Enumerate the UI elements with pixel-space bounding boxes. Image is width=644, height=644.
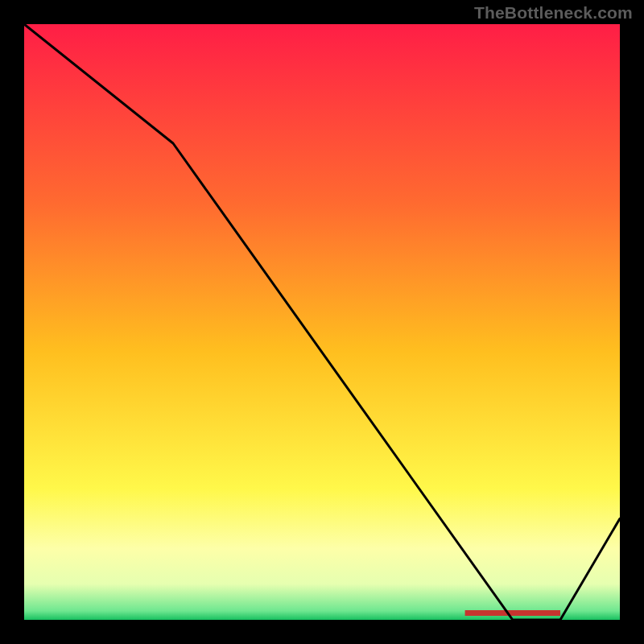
- plot-area: [24, 24, 620, 620]
- chart-frame: TheBottleneck.com: [0, 0, 644, 644]
- optimal-band-marker: [465, 610, 560, 616]
- chart-svg: [24, 24, 620, 620]
- watermark-text: TheBottleneck.com: [474, 3, 633, 23]
- gradient-background: [24, 24, 620, 620]
